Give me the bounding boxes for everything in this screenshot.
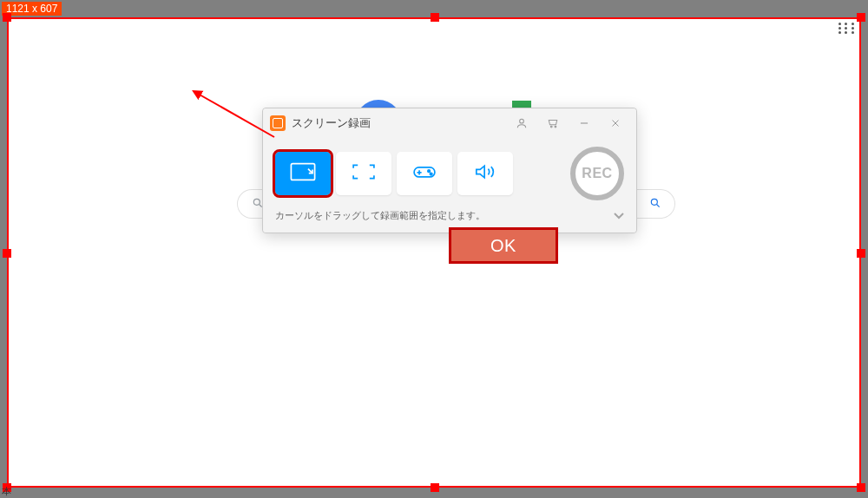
svg-point-5 [520, 119, 524, 123]
close-button[interactable] [600, 111, 631, 135]
svg-point-6 [550, 126, 552, 128]
record-button[interactable]: REC [570, 147, 624, 200]
game-capture-button[interactable] [397, 152, 452, 195]
svg-point-16 [428, 170, 431, 173]
fullscreen-capture-button[interactable] [336, 152, 391, 195]
resize-handle-middle-left[interactable] [3, 249, 11, 258]
background-search-right [635, 189, 675, 219]
svg-line-3 [656, 204, 659, 206]
cart-button[interactable] [537, 111, 569, 135]
mode-toolbar: REC [263, 138, 636, 204]
minimize-button[interactable] [569, 111, 600, 135]
svg-line-4 [198, 94, 274, 137]
expand-toggle[interactable] [614, 211, 624, 221]
resize-handle-middle-right[interactable] [857, 249, 865, 258]
svg-point-17 [430, 173, 432, 175]
gamepad-icon [410, 160, 439, 187]
annotation-arrow [189, 87, 285, 147]
dialog-title: スクリーン録画 [292, 115, 371, 131]
audio-capture-button[interactable] [457, 152, 513, 195]
search-icon [649, 197, 661, 212]
corner-text: 本 [2, 485, 11, 498]
fullscreen-icon [349, 160, 378, 187]
svg-line-1 [259, 204, 261, 206]
resize-handle-top-middle[interactable] [431, 13, 439, 22]
resize-handle-top-left[interactable] [3, 13, 11, 22]
svg-point-0 [253, 199, 260, 205]
resize-handle-top-right[interactable] [857, 13, 865, 22]
speaker-icon [470, 160, 500, 187]
resize-handle-bottom-middle[interactable] [431, 483, 439, 492]
dialog-titlebar[interactable]: スクリーン録画 [263, 108, 636, 138]
ok-button[interactable]: OK [449, 227, 558, 264]
drag-grip-icon[interactable] [838, 23, 856, 34]
svg-point-7 [555, 126, 556, 128]
account-button[interactable] [506, 111, 537, 135]
resize-handle-bottom-right[interactable] [857, 483, 865, 492]
region-capture-button[interactable] [275, 152, 331, 195]
region-icon [288, 160, 318, 187]
recording-selection-rect[interactable] [7, 17, 861, 488]
svg-point-2 [651, 199, 657, 205]
background-logo-fragment [512, 101, 531, 108]
hint-text: カーソルをドラッグして録画範囲を指定します。 [275, 209, 485, 222]
screen-recorder-dialog: スクリーン録画 [262, 108, 637, 233]
